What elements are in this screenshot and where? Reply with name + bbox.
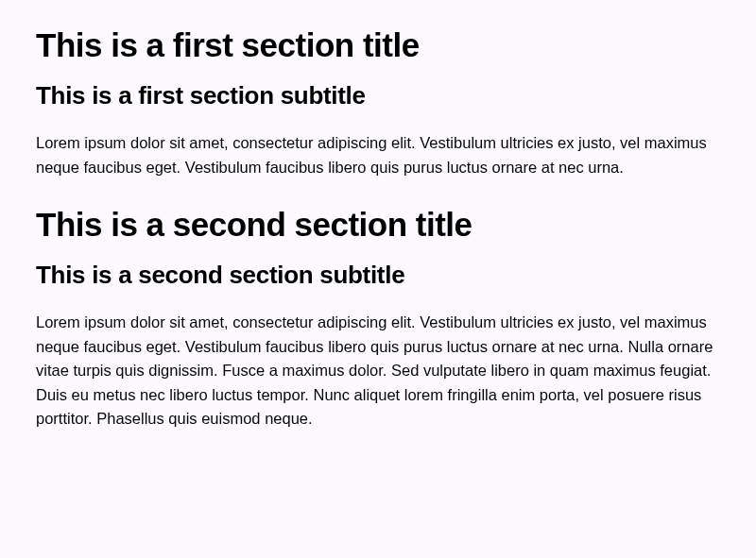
section-2-subtitle: This is a second section subtitle: [36, 261, 720, 290]
section-2-title: This is a second section title: [36, 206, 720, 244]
section-2-body: Lorem ipsum dolor sit amet, consectetur …: [36, 311, 720, 431]
section-1-subtitle: This is a first section subtitle: [36, 81, 720, 110]
section-2: This is a second section title This is a…: [36, 206, 720, 431]
section-1-body: Lorem ipsum dolor sit amet, consectetur …: [36, 131, 720, 179]
section-1: This is a first section title This is a …: [36, 26, 720, 179]
section-1-title: This is a first section title: [36, 26, 720, 64]
